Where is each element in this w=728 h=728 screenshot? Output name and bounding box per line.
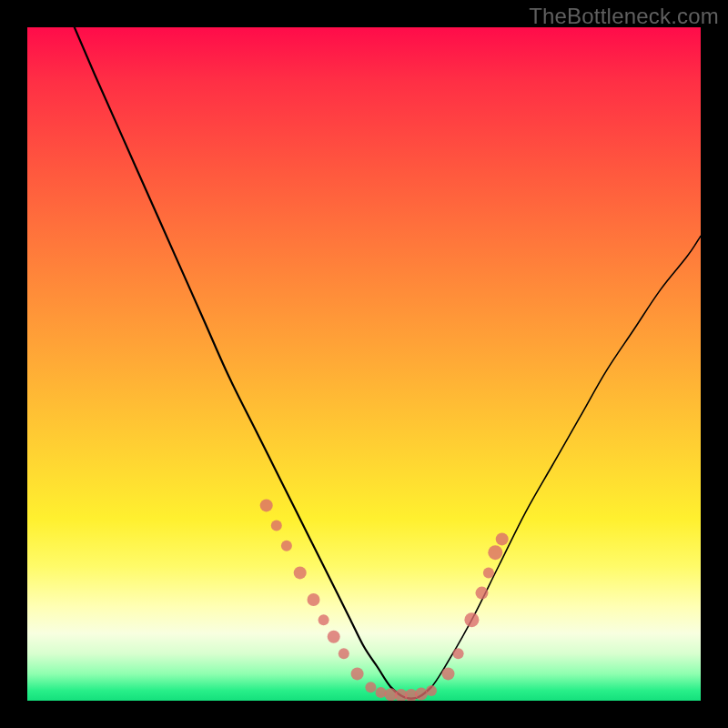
marker-dot (496, 532, 509, 545)
marker-dot (351, 667, 364, 680)
marker-dot (442, 667, 455, 680)
marker-dot (488, 545, 502, 560)
marker-dot (318, 614, 329, 625)
marker-dot (376, 687, 387, 698)
marker-dot (476, 587, 489, 600)
marker-dot (453, 648, 464, 659)
marker-dot (308, 593, 320, 606)
chart-frame: TheBottleneck.com (0, 0, 728, 728)
marker-dot (365, 682, 376, 693)
marker-dot (260, 499, 273, 511)
curve-right-branch (391, 236, 701, 698)
watermark-text: TheBottleneck.com (529, 4, 719, 29)
plot-area (27, 27, 701, 701)
marker-dot (483, 567, 494, 578)
marker-group (260, 499, 509, 701)
marker-dot (271, 521, 282, 531)
curve-layer (27, 27, 701, 701)
marker-dot (281, 541, 292, 551)
marker-dot (464, 612, 479, 627)
marker-dot (294, 566, 307, 579)
marker-dot (339, 648, 349, 659)
marker-dot (415, 688, 428, 701)
marker-dot (426, 685, 437, 696)
marker-dot (328, 631, 340, 643)
curve-left-branch (75, 27, 431, 699)
